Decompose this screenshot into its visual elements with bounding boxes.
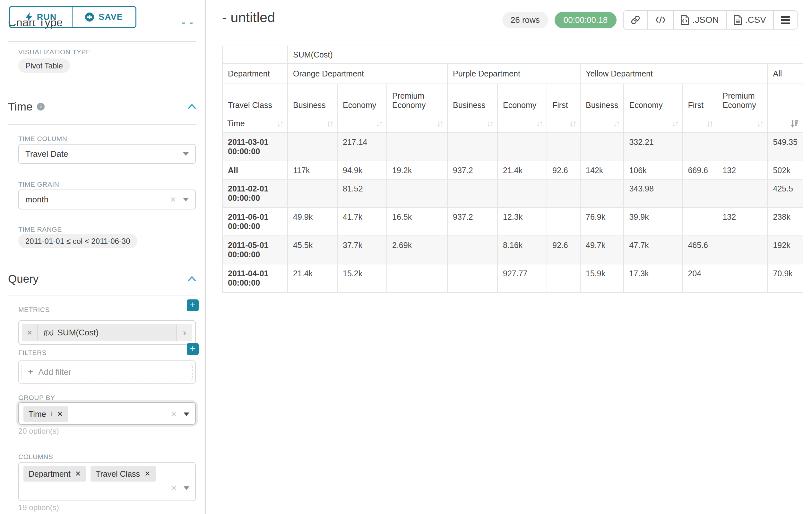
sort-icon: ↓↑ (756, 118, 762, 129)
sort-control-cell[interactable]: ↓↑ (547, 114, 580, 133)
group-by-select[interactable]: Time i ✕ × (18, 402, 196, 425)
add-filter-placeholder: Add filter (38, 367, 71, 377)
sort-control[interactable]: ↓↑ (392, 116, 443, 130)
group-by-tag-time[interactable]: Time i ✕ (23, 406, 68, 422)
short-link-button[interactable] (624, 11, 648, 29)
sort-control-cell[interactable] (767, 114, 803, 133)
travel-class-header: First (682, 84, 717, 114)
pivot-cell (580, 133, 624, 161)
sort-control[interactable] (772, 116, 798, 130)
columns-tag-travel-class[interactable]: Travel Class ✕ (90, 466, 155, 482)
add-metric-button[interactable] (187, 299, 199, 311)
chevron-down-icon (183, 486, 190, 490)
tag-label: Travel Class (96, 469, 140, 479)
view-query-button[interactable] (648, 11, 674, 29)
pivot-cell: 16.5k (387, 208, 447, 236)
collapse-query-section-icon[interactable] (188, 276, 196, 281)
sort-control-cell[interactable]: ↓↑ (447, 114, 497, 133)
run-button[interactable]: RUN (9, 6, 72, 28)
run-save-button-bar: RUN SAVE (9, 6, 137, 28)
pivot-cell: 94.9k (337, 161, 387, 179)
pivot-cell: 81.52 (337, 179, 387, 208)
pivot-sort-row: Time↓↑↓↑↓↑↓↑↓↑↓↑↓↑↓↑↓↑↓↑↓↑ (223, 114, 803, 133)
pivot-cell (580, 179, 624, 208)
sort-control[interactable]: ↓↑ (452, 116, 493, 130)
divider (8, 124, 196, 125)
pivot-cell: 12.3k (497, 208, 547, 236)
pivot-cell (547, 264, 580, 292)
clear-icon[interactable]: × (170, 195, 176, 204)
sort-control[interactable]: ↓↑ (342, 116, 382, 130)
filters-container: + Add filter (18, 360, 196, 384)
sort-control[interactable]: ↓↑ (722, 116, 762, 130)
chevron-down-icon (183, 412, 190, 416)
columns-select[interactable]: Department ✕ Travel Class ✕ × (18, 462, 196, 501)
pivot-cell: 15.2k (337, 264, 387, 292)
query-section-title: Query (8, 272, 38, 285)
add-filter-button[interactable] (187, 343, 199, 355)
time-dimension-label[interactable]: Time↓↑ (223, 114, 288, 133)
info-icon[interactable]: i (51, 410, 53, 418)
department-group-header: Purple Department (447, 63, 580, 84)
travel-class-header: Business (288, 84, 337, 114)
pivot-cell (717, 264, 767, 292)
info-icon[interactable]: i (37, 103, 45, 110)
clear-icon[interactable]: × (171, 483, 176, 493)
corner-cell (223, 46, 288, 63)
sort-control[interactable]: ↓↑ (629, 116, 677, 130)
sort-control-cell[interactable]: ↓↑ (580, 114, 624, 133)
remove-tag-icon[interactable]: ✕ (57, 410, 63, 418)
expand-metric-icon[interactable]: › (176, 324, 192, 341)
chart-title[interactable]: - untitled (222, 10, 275, 25)
time-column-select[interactable]: Travel Date (18, 144, 196, 164)
superset-explore-page: Chart Type RUN SAVE VISUALIZATION TYPE P… (0, 0, 812, 514)
metric-pill[interactable]: × f(x) SUM(Cost) › (22, 324, 192, 341)
pivot-cell: 15.9k (580, 264, 624, 292)
export-toolbar: .JSON .CSV (623, 10, 798, 30)
time-section-heading: Time i (8, 100, 45, 113)
sort-control-cell[interactable]: ↓↑ (337, 114, 387, 133)
sort-control-cell[interactable]: ↓↑ (387, 114, 447, 133)
export-json-button[interactable]: .JSON (674, 11, 726, 29)
remove-tag-icon[interactable]: ✕ (75, 470, 81, 478)
row-header: All (223, 161, 288, 179)
chart-menu-button[interactable] (774, 11, 797, 29)
export-csv-button[interactable]: .CSV (727, 11, 774, 29)
pivot-cell: 502k (767, 161, 803, 179)
pivot-cell (387, 264, 447, 292)
sort-control[interactable]: ↓↑ (585, 116, 619, 130)
sort-control-cell[interactable]: ↓↑ (717, 114, 767, 133)
pivot-cell (288, 133, 337, 161)
travel-class-header: Business (447, 84, 497, 114)
pivot-cell (288, 179, 337, 208)
sort-control-cell[interactable]: ↓↑ (682, 114, 717, 133)
clear-icon[interactable]: × (171, 409, 176, 419)
remove-tag-icon[interactable]: ✕ (144, 470, 150, 478)
sort-control-cell[interactable]: ↓↑ (497, 114, 547, 133)
visualization-type-pill[interactable]: Pivot Table (18, 58, 70, 73)
pivot-cell: 425.5 (767, 179, 803, 208)
sort-control-cell[interactable]: ↓↑ (624, 114, 682, 133)
columns-tag-department[interactable]: Department ✕ (23, 466, 86, 482)
time-grain-select[interactable]: month × (18, 190, 196, 210)
sort-control[interactable]: Time↓↑ (227, 116, 283, 130)
time-range-pill[interactable]: 2011-01-01 ≤ col < 2011-06-30 (18, 234, 137, 248)
query-duration-badge: 00:00:00.18 (555, 12, 616, 28)
travel-class-header: Economy (337, 84, 387, 114)
sort-control[interactable]: ↓↑ (552, 116, 576, 130)
travel-class-header: Economy (497, 84, 547, 114)
sort-control[interactable]: ↓↑ (502, 116, 542, 130)
remove-metric-icon[interactable]: × (22, 324, 38, 341)
pivot-cell (447, 264, 497, 292)
pivot-cell: 41.7k (337, 208, 387, 236)
save-button[interactable]: SAVE (72, 6, 137, 28)
sort-control[interactable]: ↓↑ (292, 116, 332, 130)
add-filter-dropzone[interactable]: + Add filter (22, 364, 193, 380)
sort-control-cell[interactable]: ↓↑ (288, 114, 337, 133)
collapse-time-section-icon[interactable] (188, 104, 196, 109)
sort-control[interactable]: ↓↑ (687, 116, 712, 130)
tag-label: Department (29, 469, 70, 479)
control-panel-sidebar: Chart Type RUN SAVE VISUALIZATION TYPE P… (0, 0, 206, 514)
pivot-cell: 217.14 (337, 133, 387, 161)
run-button-label: RUN (37, 12, 57, 22)
